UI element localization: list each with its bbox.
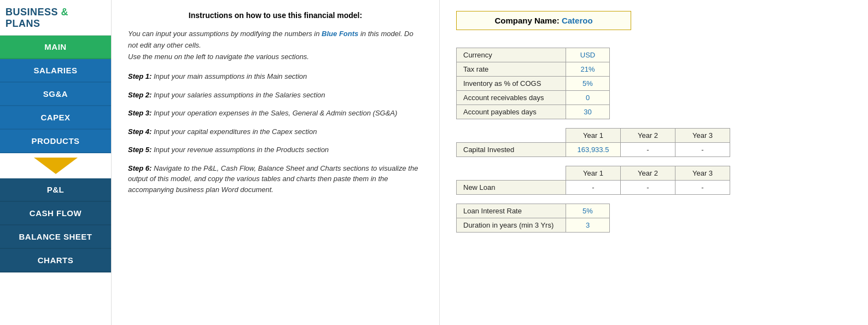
loan-header-y2: Year 2 bbox=[621, 166, 675, 181]
assumption-value-3[interactable]: 0 bbox=[566, 91, 610, 105]
capital-value-y3: - bbox=[675, 143, 730, 157]
step-4-label: Step 4: bbox=[128, 127, 152, 136]
loan-detail-value-1[interactable]: 3 bbox=[566, 218, 610, 233]
loan-header-y1: Year 1 bbox=[566, 166, 621, 181]
loan-value-y1[interactable]: - bbox=[566, 181, 621, 195]
sidebar-item-charts[interactable]: CHARTS bbox=[0, 249, 111, 272]
step-3-desc: Input your operation expenses in the Sal… bbox=[154, 109, 397, 117]
new-loan-table: Year 1 Year 2 Year 3 New Loan - - - bbox=[456, 166, 730, 195]
sidebar-item-balancesheet[interactable]: BALANCE SHEET bbox=[0, 225, 111, 249]
loan-detail-label-1: Duration in years (min 3 Yrs) bbox=[457, 218, 566, 233]
assumption-value-4[interactable]: 30 bbox=[566, 105, 610, 119]
capital-header-y3: Year 3 bbox=[675, 129, 730, 143]
logo: BUSINESS & PLANS bbox=[5, 7, 68, 29]
loan-details-table: Loan Interest Rate 5% Duration in years … bbox=[456, 204, 610, 233]
intro-text: You can input your assumptions by modify… bbox=[128, 28, 423, 62]
table-row: Year 1 Year 2 Year 3 bbox=[457, 129, 730, 143]
capital-invested-table: Year 1 Year 2 Year 3 Capital Invested 16… bbox=[456, 128, 730, 157]
loan-detail-label-0: Loan Interest Rate bbox=[457, 204, 566, 218]
sidebar-item-capex[interactable]: CAPEX bbox=[0, 106, 111, 130]
step-3: Step 3: Input your operation expenses in… bbox=[128, 108, 423, 119]
sidebar-item-products[interactable]: PRODUCTS bbox=[0, 130, 111, 153]
company-label: Company Name: bbox=[494, 16, 559, 25]
table-row: Account payables days 30 bbox=[457, 105, 610, 119]
sidebar-item-salaries[interactable]: SALARIES bbox=[0, 59, 111, 83]
step-1-label: Step 1: bbox=[128, 72, 152, 80]
empty-cell bbox=[457, 129, 566, 143]
logo-plans: PLANS bbox=[5, 18, 40, 29]
table-row: New Loan - - - bbox=[457, 181, 730, 195]
step-6-desc: Navigate to the P&L, Cash Flow, Balance … bbox=[128, 164, 418, 194]
assumption-label-0: Currency bbox=[457, 48, 566, 62]
capital-value-y1[interactable]: 163,933.5 bbox=[566, 143, 621, 157]
logo-area: BUSINESS & PLANS bbox=[0, 0, 111, 36]
table-row: Account receivables days 0 bbox=[457, 91, 610, 105]
step-2-desc: Input your salaries assumptions in the S… bbox=[154, 91, 325, 99]
assumption-value-2[interactable]: 5% bbox=[566, 77, 610, 91]
capital-value-y2: - bbox=[621, 143, 675, 157]
capital-header-y2: Year 2 bbox=[621, 129, 675, 143]
step-3-label: Step 3: bbox=[128, 109, 152, 117]
table-row: Loan Interest Rate 5% bbox=[457, 204, 610, 218]
logo-business: BUSINESS bbox=[5, 7, 61, 18]
table-row: Year 1 Year 2 Year 3 bbox=[457, 166, 730, 181]
logo-amp: & bbox=[61, 7, 69, 18]
step-6-label: Step 6: bbox=[128, 164, 152, 172]
step-5-label: Step 5: bbox=[128, 146, 152, 154]
intro-line1: You can input your assumptions by modify… bbox=[128, 30, 319, 38]
nav-arrow bbox=[0, 153, 111, 178]
step-2: Step 2: Input your salaries assumptions … bbox=[128, 90, 423, 101]
table-row: Inventory as % of COGS 5% bbox=[457, 77, 610, 91]
loan-detail-value-0[interactable]: 5% bbox=[566, 204, 610, 218]
intro-line3: Use the menu on the left to navigate the… bbox=[128, 53, 309, 61]
sidebar: BUSINESS & PLANS MAIN SALARIES SG&A CAPE… bbox=[0, 0, 112, 325]
step-2-label: Step 2: bbox=[128, 91, 152, 99]
capital-header-y1: Year 1 bbox=[566, 129, 621, 143]
sidebar-item-main[interactable]: MAIN bbox=[0, 36, 111, 59]
sidebar-item-sga[interactable]: SG&A bbox=[0, 83, 111, 106]
loan-row-label: New Loan bbox=[457, 181, 566, 195]
instructions-title: Instructions on how to use this financia… bbox=[128, 11, 423, 20]
empty-cell-2 bbox=[457, 166, 566, 181]
assumptions-table: Currency USD Tax rate 21% Inventory as %… bbox=[456, 48, 610, 119]
company-name-value: Cateroo bbox=[562, 16, 593, 25]
instructions-panel: Instructions on how to use this financia… bbox=[112, 0, 440, 325]
capital-row-label: Capital Invested bbox=[457, 143, 566, 157]
company-name-box: Company Name: Cateroo bbox=[456, 11, 631, 30]
assumption-label-1: Tax rate bbox=[457, 62, 566, 77]
intro-blue: Blue Fonts bbox=[322, 30, 358, 38]
sidebar-item-pl[interactable]: P&L bbox=[0, 178, 111, 202]
sidebar-item-cashflow[interactable]: CASH FLOW bbox=[0, 202, 111, 225]
table-row: Capital Invested 163,933.5 - - bbox=[457, 143, 730, 157]
table-row: Tax rate 21% bbox=[457, 62, 610, 77]
table-row: Currency USD bbox=[457, 48, 610, 62]
step-6: Step 6: Navigate to the P&L, Cash Flow, … bbox=[128, 163, 423, 195]
assumption-label-3: Account receivables days bbox=[457, 91, 566, 105]
step-4-desc: Input your capital expenditures in the C… bbox=[154, 127, 317, 136]
assumption-value-0[interactable]: USD bbox=[566, 48, 610, 62]
step-4: Step 4: Input your capital expenditures … bbox=[128, 126, 423, 137]
step-5: Step 5: Input your revenue assumptions i… bbox=[128, 144, 423, 155]
table-row: Duration in years (min 3 Yrs) 3 bbox=[457, 218, 610, 233]
loan-value-y3[interactable]: - bbox=[675, 181, 730, 195]
assumption-label-4: Account payables days bbox=[457, 105, 566, 119]
loan-value-y2[interactable]: - bbox=[621, 181, 675, 195]
main-content: Instructions on how to use this financia… bbox=[112, 0, 868, 325]
data-panel: Company Name: Cateroo Currency USD Tax r… bbox=[440, 0, 868, 325]
loan-header-y3: Year 3 bbox=[675, 166, 730, 181]
assumption-label-2: Inventory as % of COGS bbox=[457, 77, 566, 91]
arrow-down-icon bbox=[34, 158, 78, 174]
step-1-desc: Input your main assumptions in this Main… bbox=[154, 72, 307, 80]
assumption-value-1[interactable]: 21% bbox=[566, 62, 610, 77]
step-5-desc: Input your revenue assumptions in the Pr… bbox=[154, 146, 329, 154]
step-1: Step 1: Input your main assumptions in t… bbox=[128, 71, 423, 82]
